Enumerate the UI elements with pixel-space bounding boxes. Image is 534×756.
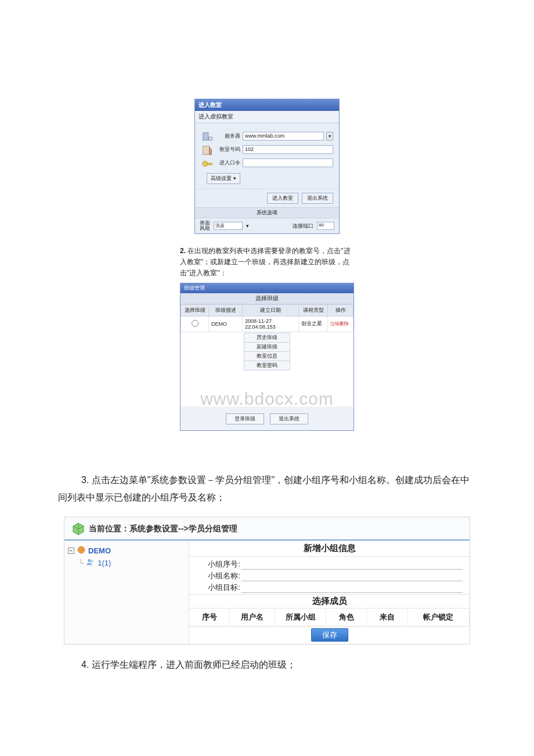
label-group-goal: 小组目标:	[201, 582, 240, 593]
tree-child[interactable]: └ 1(1)	[78, 557, 185, 568]
label-group-no: 小组序号:	[201, 559, 240, 570]
breadcrumb: 当前位置：系统参数设置-->学员分组管理	[64, 517, 470, 541]
login-class-button[interactable]: 登录班级	[226, 413, 264, 424]
col-desc: 班级描述	[209, 304, 243, 316]
server-icon	[201, 131, 214, 141]
class-dialog-title: 班级管理	[181, 283, 353, 293]
col-date: 建立日期	[243, 304, 299, 316]
port-label: 连接端口	[293, 222, 313, 230]
ui-style-label: 界面 风格	[200, 221, 210, 231]
input-group-no[interactable]	[241, 559, 463, 570]
svg-rect-0	[203, 133, 208, 141]
collapse-icon[interactable]: −	[68, 548, 74, 554]
port-input[interactable]: 80	[317, 222, 334, 230]
tab-password[interactable]: 教室密码	[244, 361, 290, 370]
section-select-member: 选择成员	[189, 594, 470, 609]
member-table-header: 序号 用户名 所属小组 角色 来自 帐户锁定	[189, 609, 470, 627]
login-dialog: 进入教室 进入虚拟教室 服务器 www.mmlab.com ▾ 教室号码 102	[194, 99, 340, 234]
enter-button[interactable]: 进入教室	[267, 193, 298, 204]
col-op: 操作	[328, 304, 353, 316]
input-group-name[interactable]	[241, 571, 463, 581]
system-options-bar: 系统选项	[195, 207, 339, 218]
room-icon	[201, 144, 214, 154]
chevron-down-icon: ▾	[233, 175, 236, 181]
svg-point-6	[91, 560, 93, 563]
tab-new[interactable]: 新建班级	[244, 342, 290, 352]
radio-icon[interactable]	[192, 320, 199, 327]
server-input[interactable]: www.mmlab.com	[243, 132, 324, 141]
exit-system-button[interactable]: 退出系统	[270, 413, 308, 424]
dialog-subtitle: 进入虚拟教室	[195, 111, 339, 123]
table-row[interactable]: DEMO 2008-11-27 22:04:08.153 创业之星 注销删除	[181, 316, 353, 332]
tree-root[interactable]: − DEMO	[68, 545, 185, 556]
svg-point-2	[203, 161, 208, 166]
tab-info[interactable]: 教室信息	[244, 351, 290, 361]
step4-text: 4. 运行学生端程序，进入前面教师已经启动的班级；	[23, 656, 511, 674]
delete-link[interactable]: 注销删除	[328, 316, 353, 332]
group-management-panel: 当前位置：系统参数设置-->学员分组管理 − DEMO └ 1(1)	[64, 517, 470, 645]
step2-text: 2. 在出现的教室列表中选择需要登录的教室号，点击"进入教室"；或新建立一个班级…	[180, 246, 354, 279]
svg-rect-3	[207, 163, 212, 165]
globe-icon	[77, 545, 86, 556]
room-input[interactable]: 102	[243, 145, 333, 154]
tab-history[interactable]: 历史班级	[244, 333, 290, 343]
input-group-goal[interactable]	[241, 582, 463, 593]
users-icon	[86, 557, 95, 568]
dialog-title: 进入教室	[195, 99, 339, 111]
advanced-button[interactable]: 高级设置 ▾	[207, 173, 240, 184]
pass-input[interactable]	[243, 159, 333, 167]
server-dropdown-icon[interactable]: ▾	[326, 132, 333, 141]
key-icon	[201, 157, 214, 168]
col-type: 课程类型	[299, 304, 328, 316]
label-group-name: 小组名称:	[201, 571, 240, 581]
class-dialog-header: 选择班级	[181, 293, 353, 304]
svg-rect-1	[209, 137, 212, 141]
server-label: 服务器	[216, 132, 240, 140]
cube-icon	[71, 522, 85, 536]
class-table: 选择班级 班级描述 建立日期 课程类型 操作 DEMO 2008-11-27 2…	[181, 304, 353, 332]
class-dialog: 班级管理 选择班级 选择班级 班级描述 建立日期 课程类型 操作 DEMO 20…	[180, 283, 354, 431]
section-new-group: 新增小组信息	[189, 541, 470, 557]
col-select: 选择班级	[181, 304, 209, 316]
step3-text: 3. 点击左边菜单"系统参数设置－学员分组管理"，创建小组序号和小组名称。创建成…	[23, 471, 511, 507]
tree-panel: − DEMO └ 1(1)	[64, 541, 189, 644]
pass-label: 进入口令	[216, 159, 240, 167]
exit-button[interactable]: 退出系统	[302, 193, 333, 204]
save-button[interactable]: 保存	[311, 628, 348, 642]
svg-point-5	[88, 559, 91, 562]
room-label: 教室号码	[216, 146, 240, 153]
ui-style-select[interactable]: 浅蓝	[214, 222, 243, 230]
